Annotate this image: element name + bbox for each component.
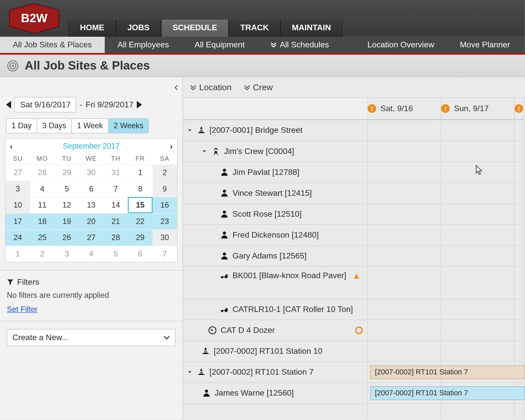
tree-row[interactable]: Vince Stewart [12415]: [183, 183, 367, 204]
day-cell[interactable]: [515, 246, 524, 267]
cal-day[interactable]: 5: [104, 246, 128, 262]
day-cell[interactable]: [515, 341, 524, 362]
day-cell[interactable]: [441, 246, 514, 267]
cal-day[interactable]: 1: [6, 246, 30, 262]
cal-day[interactable]: 7: [104, 181, 128, 197]
day-cell[interactable]: [368, 299, 441, 320]
day-cell[interactable]: [368, 246, 441, 267]
cal-day[interactable]: 7: [152, 246, 177, 262]
day-cell[interactable]: [515, 267, 524, 299]
zoom-button[interactable]: 2 Weeks: [108, 118, 149, 133]
day-cell[interactable]: [441, 341, 514, 362]
cal-day[interactable]: 11: [30, 197, 54, 213]
day-cell[interactable]: [515, 299, 524, 320]
zoom-button[interactable]: 3 Days: [37, 118, 72, 133]
cal-day[interactable]: 23: [152, 213, 177, 229]
start-date-field[interactable]: Sat 9/16/2017: [15, 97, 76, 112]
cal-day[interactable]: 28: [104, 230, 128, 246]
day-cell[interactable]: [515, 320, 524, 341]
cal-day[interactable]: 15: [128, 197, 152, 213]
cal-day[interactable]: 27: [79, 230, 103, 246]
day-cell[interactable]: [441, 183, 514, 204]
tree-row[interactable]: [2007-0002] RT101 Station 10: [183, 341, 367, 362]
tree-row[interactable]: BK001 [Blaw-knox Road Paver]▲: [183, 267, 367, 299]
cal-day[interactable]: 12: [54, 197, 79, 213]
schedule-bar[interactable]: [2007-0002] RT101 Station 7: [370, 365, 525, 379]
nav-tab-schedule[interactable]: SCHEDULE: [161, 20, 229, 37]
cal-day[interactable]: 2: [30, 246, 54, 262]
zoom-button[interactable]: 1 Day: [6, 118, 37, 133]
day-cell[interactable]: [441, 120, 514, 141]
cal-day[interactable]: 30: [79, 165, 103, 181]
cal-day[interactable]: 28: [30, 165, 54, 181]
cal-day[interactable]: 22: [128, 213, 152, 229]
cal-day[interactable]: 18: [30, 213, 54, 229]
day-cell[interactable]: [441, 225, 514, 246]
cal-day[interactable]: 8: [128, 181, 152, 197]
tree-row[interactable]: Jim Pavlat [12788]: [183, 162, 367, 183]
tree-row[interactable]: Fred Dickenson [12480]: [183, 225, 367, 246]
expand-caret-icon[interactable]: [202, 147, 208, 156]
cal-day[interactable]: 25: [30, 230, 54, 246]
nav-tab-track[interactable]: TRACK: [229, 20, 280, 37]
day-cell[interactable]: [515, 183, 524, 204]
day-cell[interactable]: [368, 120, 441, 141]
tree-row[interactable]: [2007-0001] Bridge Street: [183, 120, 367, 141]
cal-day[interactable]: 6: [79, 181, 103, 197]
day-cell[interactable]: [441, 141, 514, 162]
range-next-button[interactable]: [137, 101, 142, 109]
day-cell[interactable]: [515, 162, 524, 183]
schedule-bar[interactable]: [2007-0002] RT101 Station 7: [370, 386, 525, 400]
cal-day[interactable]: 19: [54, 213, 79, 229]
create-new-select[interactable]: Create a New...: [7, 329, 176, 346]
nav-tab-jobs[interactable]: JOBS: [116, 20, 161, 37]
day-cell[interactable]: [515, 120, 524, 141]
cal-day[interactable]: 17: [6, 213, 30, 229]
nav-tab-home[interactable]: HOME: [68, 20, 116, 37]
day-cell[interactable]: [441, 299, 514, 320]
tree-row[interactable]: Scott Rose [12510]: [183, 204, 367, 225]
subnav-item[interactable]: All Employees: [105, 37, 182, 53]
subnav-item[interactable]: Move Planner: [447, 37, 523, 53]
expand-caret-icon[interactable]: [187, 126, 193, 135]
cal-day[interactable]: 26: [54, 230, 79, 246]
day-cell[interactable]: [441, 204, 514, 225]
zoom-button[interactable]: 1 Week: [71, 118, 108, 133]
set-filter-link[interactable]: Set Filter: [7, 305, 38, 314]
day-cell[interactable]: [368, 141, 441, 162]
cal-day[interactable]: 5: [54, 181, 79, 197]
cal-month-label[interactable]: September 2017: [63, 142, 120, 151]
cal-day[interactable]: 16: [152, 197, 177, 213]
cal-day[interactable]: 24: [6, 230, 30, 246]
nav-tab-maintain[interactable]: MAINTAIN: [280, 20, 343, 37]
tree-row[interactable]: Jim's Crew [C0004]: [183, 141, 367, 162]
collapse-sidebar-icon[interactable]: ‹: [174, 80, 178, 93]
tree-row[interactable]: James Warne [12560]: [183, 383, 367, 404]
subnav-item[interactable]: All Equipment: [182, 37, 258, 53]
cal-day[interactable]: 29: [128, 230, 152, 246]
cal-day[interactable]: 4: [30, 181, 54, 197]
tree-row[interactable]: Gary Adams [12565]: [183, 246, 367, 267]
cal-day[interactable]: 30: [152, 230, 177, 246]
day-cell[interactable]: [515, 141, 524, 162]
day-cell[interactable]: [368, 204, 441, 225]
subnav-item[interactable]: All Job Sites & Places: [0, 37, 105, 53]
cal-day[interactable]: 3: [54, 246, 79, 262]
cal-day[interactable]: 10: [6, 197, 30, 213]
cal-day[interactable]: 21: [104, 213, 128, 229]
cal-day[interactable]: 4: [79, 246, 103, 262]
day-cell[interactable]: [441, 267, 514, 299]
day-cell[interactable]: [368, 320, 441, 341]
day-cell[interactable]: [368, 225, 441, 246]
cal-day[interactable]: 3: [6, 181, 30, 197]
tree-row[interactable]: CATRLR10-1 [CAT Roller 10 Ton]: [183, 299, 367, 320]
range-prev-button[interactable]: [6, 101, 11, 109]
day-cell[interactable]: [441, 320, 514, 341]
cal-day[interactable]: 13: [79, 197, 103, 213]
cal-day[interactable]: 27: [6, 165, 30, 181]
day-cell[interactable]: [368, 183, 441, 204]
day-cell[interactable]: [515, 204, 524, 225]
tree-row[interactable]: CAT D 4 Dozer: [183, 320, 367, 341]
cal-day[interactable]: 29: [54, 165, 79, 181]
cal-day[interactable]: 1: [128, 165, 152, 181]
